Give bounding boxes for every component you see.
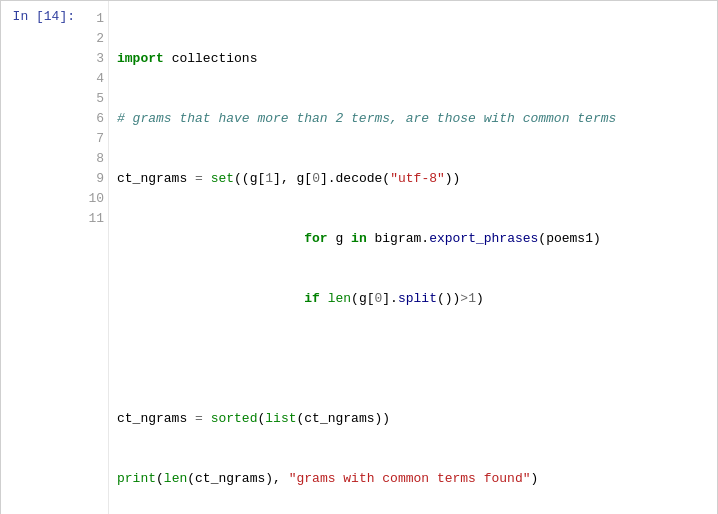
notebook-cell: In [14]: 1 2 3 4 5 6 7 8 9 10 11 import … (0, 0, 718, 514)
input-label: In [14]: (1, 1, 81, 514)
cell-input: In [14]: 1 2 3 4 5 6 7 8 9 10 11 import … (1, 1, 717, 514)
code-block[interactable]: import collections # grams that have mor… (109, 1, 717, 514)
line-numbers: 1 2 3 4 5 6 7 8 9 10 11 (81, 1, 109, 514)
